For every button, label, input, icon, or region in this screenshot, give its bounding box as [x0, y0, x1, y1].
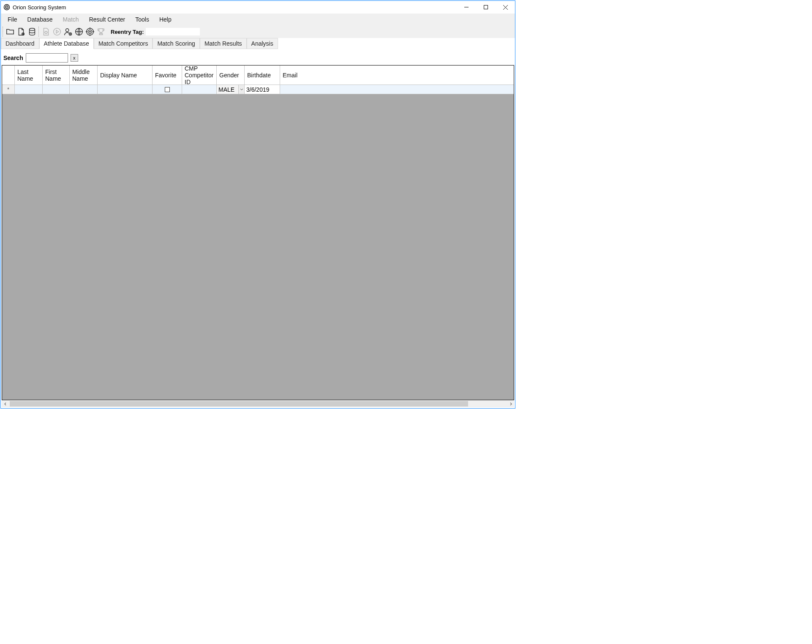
toolbar: Reentry Tag: [1, 25, 515, 38]
tab-match-competitors[interactable]: Match Competitors [94, 38, 153, 49]
col-cmp-id[interactable]: CMP Competitor ID [182, 65, 217, 85]
svg-line-5 [503, 5, 508, 10]
main-tabstrip: Dashboard Athlete Database Match Competi… [1, 38, 515, 49]
cell-birthdate[interactable]: 3/6/2019 [245, 85, 280, 94]
col-gender[interactable]: Gender [217, 65, 245, 85]
reentry-tag-label: Reentry Tag: [111, 29, 144, 35]
scroll-right-icon[interactable] [507, 400, 514, 407]
search-bar: Search x [2, 50, 514, 65]
scroll-thumb[interactable] [10, 401, 468, 407]
toolbar-grip-icon [38, 27, 40, 37]
toolbar-grip-icon [3, 27, 4, 37]
tab-athlete-database[interactable]: Athlete Database [39, 38, 94, 49]
open-folder-button[interactable] [5, 26, 16, 37]
tab-match-scoring[interactable]: Match Scoring [153, 38, 199, 49]
reentry-tag-input[interactable] [146, 28, 200, 35]
grid-new-row[interactable]: * MALE 3/6/2019 [2, 85, 514, 94]
minimize-button[interactable] [457, 1, 476, 14]
svg-point-15 [88, 30, 92, 33]
settings-file-button [41, 26, 52, 37]
svg-line-6 [503, 5, 508, 10]
trophy-button [95, 26, 106, 37]
tab-analysis[interactable]: Analysis [247, 38, 278, 49]
menu-tools[interactable]: Tools [130, 15, 154, 24]
window-title: Orion Scoring System [13, 4, 66, 11]
cell-favorite[interactable] [153, 85, 182, 94]
app-icon [3, 4, 10, 11]
col-first-name[interactable]: First Name [43, 65, 70, 85]
col-row-indicator[interactable] [2, 65, 15, 85]
cell-cmp-id[interactable] [182, 85, 217, 94]
row-indicator[interactable]: * [2, 85, 15, 94]
gender-value: MALE [218, 86, 234, 93]
col-favorite[interactable]: Favorite [153, 65, 182, 85]
svg-point-9 [45, 31, 47, 34]
menu-help[interactable]: Help [154, 15, 177, 24]
tab-dashboard[interactable]: Dashboard [1, 38, 39, 49]
cell-first-name[interactable] [43, 85, 70, 94]
favorite-checkbox-icon[interactable] [165, 87, 170, 92]
titlebar: Orion Scoring System [1, 1, 515, 14]
cell-gender[interactable]: MALE [217, 85, 245, 94]
svg-point-11 [66, 29, 69, 32]
search-label: Search [3, 55, 23, 61]
close-button[interactable] [496, 1, 515, 14]
add-person-button[interactable] [63, 26, 74, 37]
new-file-button[interactable] [16, 26, 27, 37]
menu-database[interactable]: Database [22, 15, 58, 24]
maximize-button[interactable] [476, 1, 496, 14]
grid-empty-area [2, 94, 514, 400]
tab-contents: Search x Last Name First Name Middle Nam… [1, 49, 515, 408]
menu-result-center[interactable]: Result Center [84, 15, 131, 24]
svg-point-14 [87, 28, 94, 35]
cell-middle-name[interactable] [70, 85, 98, 94]
scroll-left-icon[interactable] [2, 400, 9, 407]
cell-last-name[interactable] [15, 85, 43, 94]
globe-button[interactable] [74, 26, 84, 37]
menubar: File Database Match Result Center Tools … [1, 14, 515, 25]
col-last-name[interactable]: Last Name [15, 65, 43, 85]
grid-header-row: Last Name First Name Middle Name Display… [2, 65, 514, 85]
col-display-name[interactable]: Display Name [98, 65, 153, 85]
svg-point-16 [90, 31, 91, 33]
svg-rect-4 [484, 5, 488, 9]
cell-email[interactable] [280, 85, 514, 94]
svg-point-2 [6, 7, 7, 8]
database-button[interactable] [27, 26, 38, 37]
chevron-down-icon[interactable] [238, 85, 244, 94]
play-button [52, 26, 63, 37]
app-window: Orion Scoring System File Database Match… [0, 0, 515, 409]
col-email[interactable]: Email [280, 65, 514, 85]
svg-point-8 [30, 28, 35, 31]
search-input[interactable] [26, 53, 68, 63]
tab-match-results[interactable]: Match Results [200, 38, 247, 49]
cell-display-name[interactable] [98, 85, 153, 94]
horizontal-scrollbar[interactable] [2, 400, 514, 407]
athlete-grid: Last Name First Name Middle Name Display… [2, 65, 514, 400]
menu-match: Match [58, 15, 84, 24]
col-birthdate[interactable]: Birthdate [245, 65, 280, 85]
target-button[interactable] [84, 26, 95, 37]
scroll-track[interactable] [9, 400, 507, 407]
col-middle-name[interactable]: Middle Name [70, 65, 98, 85]
search-clear-button[interactable]: x [71, 54, 78, 62]
menu-file[interactable]: File [3, 15, 22, 24]
svg-point-10 [54, 28, 61, 35]
